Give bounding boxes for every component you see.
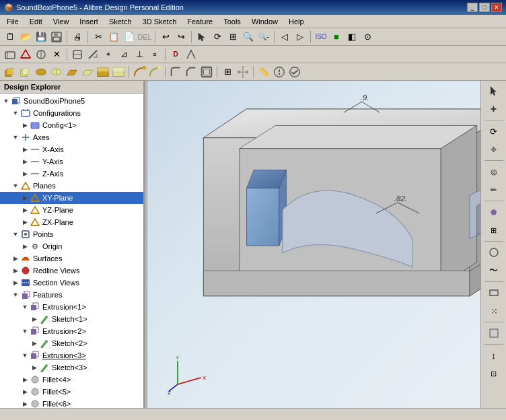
- menu-view[interactable]: View: [48, 16, 75, 27]
- zoom-in-button[interactable]: 🔍: [241, 30, 256, 44]
- measure-btn[interactable]: 📏: [256, 65, 271, 79]
- maximize-button[interactable]: □: [479, 3, 490, 12]
- dim1[interactable]: D: [168, 47, 183, 62]
- tree-item-configs[interactable]: ▼Configurations: [0, 107, 143, 119]
- check-btn[interactable]: [287, 65, 302, 79]
- tree-item-zaxis[interactable]: ▶Z-Axis: [0, 168, 143, 180]
- dim2[interactable]: [184, 47, 198, 62]
- sketch-tool3[interactable]: [34, 47, 48, 62]
- pan-left[interactable]: ◁: [277, 30, 292, 44]
- feat4[interactable]: [49, 65, 64, 79]
- tree-item-planes[interactable]: ▼Planes: [0, 180, 143, 192]
- constraint2[interactable]: [85, 47, 100, 62]
- rt-box[interactable]: [484, 324, 504, 342]
- tree-item-axes[interactable]: ▼Axes: [0, 131, 143, 143]
- tree-item-xyplane[interactable]: ▶XY-Plane: [0, 192, 143, 204]
- fillet-btn[interactable]: [168, 65, 183, 79]
- tree-item-xaxis[interactable]: ▶X-Axis: [0, 143, 143, 155]
- rotate-button[interactable]: ⟳: [210, 30, 225, 44]
- feat5[interactable]: [65, 65, 79, 79]
- menu-feature[interactable]: Feature: [182, 16, 218, 27]
- shell-btn[interactable]: [199, 65, 214, 79]
- rt-resize[interactable]: ↕: [484, 347, 504, 364]
- redo-button[interactable]: ↪: [174, 30, 188, 44]
- undo-button[interactable]: ↩: [158, 30, 173, 44]
- viewport[interactable]: .9. .82. X Y Z: [147, 81, 480, 408]
- tree-item-surfaces[interactable]: ▶Surfaces: [0, 252, 143, 265]
- tree-item-extrusion3[interactable]: ▼Extrusion<3>: [0, 349, 143, 361]
- sketch-tool2[interactable]: [18, 47, 33, 62]
- constraint6[interactable]: ≡: [147, 47, 162, 62]
- tree-item-features[interactable]: ▼Features: [0, 289, 143, 301]
- menu-window[interactable]: Window: [246, 16, 283, 27]
- rt-rect[interactable]: [484, 284, 504, 302]
- rt-view[interactable]: ◎: [484, 163, 504, 180]
- menu-edit[interactable]: Edit: [24, 16, 48, 27]
- tree-item-section[interactable]: ▶Section Views: [0, 277, 143, 289]
- tree-item-yzplane[interactable]: ▶YZ-Plane: [0, 204, 143, 216]
- rt-curve[interactable]: 〜: [484, 262, 504, 279]
- menu-tools[interactable]: Tools: [218, 16, 246, 27]
- save-button[interactable]: 💾: [34, 30, 48, 44]
- tree-item-root[interactable]: ▼SoundBoxiPhone5: [0, 95, 143, 107]
- tree-item-sketch3[interactable]: ▶Sketch<3>: [0, 361, 143, 374]
- zoom-out-button[interactable]: 🔍-: [256, 30, 271, 44]
- pan-right[interactable]: ▷: [293, 30, 308, 44]
- tree-item-sketch1[interactable]: ▶Sketch<1>: [0, 313, 143, 325]
- tree-item-sketch2[interactable]: ▶Sketch<2>: [0, 337, 143, 349]
- sketch-tool4[interactable]: ✕: [49, 47, 64, 62]
- print-button[interactable]: 🖨: [70, 30, 85, 44]
- rt-sketch2[interactable]: ✏: [484, 181, 504, 199]
- close-button[interactable]: ✕: [491, 3, 502, 12]
- rt-pan[interactable]: ✥: [484, 141, 504, 158]
- save-as-button[interactable]: [49, 30, 64, 44]
- tree-item-fillet6[interactable]: ▶Fillet<6>: [0, 398, 143, 408]
- new-button[interactable]: 🗒: [3, 30, 17, 44]
- feat8[interactable]: [111, 65, 126, 79]
- sweep1[interactable]: [132, 65, 147, 79]
- tree-item-extrusion1[interactable]: ▼Extrusion<1>: [0, 301, 143, 313]
- tree-item-fillet5[interactable]: ▶Fillet<5>: [0, 386, 143, 398]
- menu-sketch[interactable]: Sketch: [104, 16, 137, 27]
- menu-3d-sketch[interactable]: 3D Sketch: [137, 16, 182, 27]
- constraint4[interactable]: ⊿: [116, 47, 131, 62]
- feat3[interactable]: [34, 65, 48, 79]
- menu-file[interactable]: File: [1, 16, 24, 27]
- sketch-tool1[interactable]: [3, 47, 17, 62]
- rt-pattern[interactable]: ⊞: [484, 221, 504, 239]
- copy-button[interactable]: 📋: [106, 30, 121, 44]
- select-button[interactable]: [194, 30, 209, 44]
- feat2[interactable]: [18, 65, 33, 79]
- tree-item-redline[interactable]: ▶Redline Views: [0, 265, 143, 277]
- minimize-button[interactable]: _: [467, 3, 478, 12]
- delete-button[interactable]: DEL: [137, 30, 152, 44]
- chamfer-btn[interactable]: [184, 65, 198, 79]
- feat6[interactable]: [80, 65, 95, 79]
- zoom-fit-button[interactable]: ⊞: [225, 30, 240, 44]
- rt-circle[interactable]: [484, 244, 504, 261]
- sweep2[interactable]: [147, 65, 162, 79]
- view-option2[interactable]: ◧: [345, 30, 359, 44]
- pattern-btn[interactable]: ⊞: [220, 65, 235, 79]
- tree-item-yaxis[interactable]: ▶Y-Axis: [0, 155, 143, 168]
- rt-zoom-in[interactable]: +: [484, 100, 504, 118]
- tree-item-fillet4[interactable]: ▶Fillet<4>: [0, 374, 143, 386]
- open-button[interactable]: 📂: [18, 30, 33, 44]
- rt-rotate[interactable]: ⟳: [484, 123, 504, 140]
- constraint3[interactable]: ⌖: [101, 47, 116, 62]
- tree-item-points[interactable]: ▼Points: [0, 228, 143, 240]
- de-tree[interactable]: ▼SoundBoxiPhone5▼Configurations▶Config<1…: [0, 94, 143, 408]
- constraint5[interactable]: ⊥: [132, 47, 147, 62]
- view-option3[interactable]: ⊙: [360, 30, 375, 44]
- tree-item-origin[interactable]: ▶Origin: [0, 240, 143, 252]
- rt-feature[interactable]: ⬟: [484, 203, 504, 221]
- feat7[interactable]: [96, 65, 110, 79]
- view-iso[interactable]: ISO: [314, 30, 328, 44]
- cut-button[interactable]: ✂: [91, 30, 106, 44]
- mirror-btn[interactable]: [236, 65, 250, 79]
- tree-item-zxplane[interactable]: ▶ZX-Plane: [0, 216, 143, 228]
- constraint1[interactable]: [70, 47, 85, 62]
- view-green[interactable]: ■: [329, 30, 344, 44]
- rt-points[interactable]: ⁙: [484, 302, 504, 320]
- feat1[interactable]: [3, 65, 17, 79]
